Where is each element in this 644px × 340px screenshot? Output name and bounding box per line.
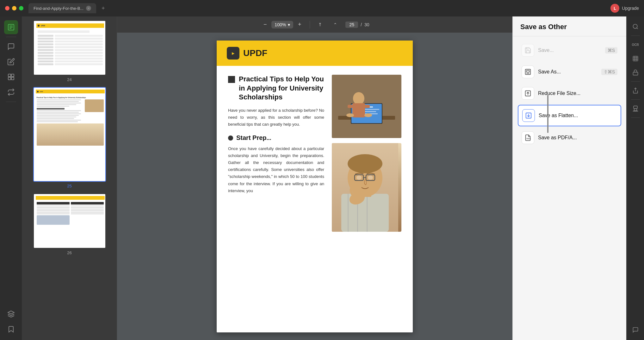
pdf-viewport[interactable]: ▶ UPDF Practical Tips to Help You in App… — [117, 33, 512, 340]
pdf-page: ▶ UPDF Practical Tips to Help You in App… — [217, 41, 413, 332]
thumbnail-frame-26[interactable] — [33, 193, 106, 249]
svg-rect-26 — [348, 194, 349, 232]
save-as-shortcut: ⇧⌘S — [601, 69, 617, 75]
menu-item-left: Save As... — [522, 66, 561, 78]
close-button[interactable] — [5, 6, 9, 10]
zoom-value: 100% — [275, 22, 286, 27]
first-page-button[interactable]: ⤒ — [315, 20, 325, 30]
reduce-size-icon — [522, 87, 534, 100]
thumbnail-item: UPDF — [33, 20, 106, 82]
sidebar-item-bookmark[interactable] — [4, 322, 18, 336]
titlebar: Find-and-Apply-For-the-B... ✕ + L Upgrad… — [0, 0, 644, 16]
pdf-section-title: Practical Tips to Help You in Applying f… — [228, 75, 324, 102]
save-shortcut: ⌘S — [605, 47, 617, 54]
thumbnail-item: 26 — [33, 193, 106, 255]
pdf-paragraph: Have you never applied for a scholarship… — [228, 107, 324, 128]
svg-rect-7 — [11, 77, 14, 80]
menu-item-left: Reduce File Size... — [522, 87, 580, 100]
thumbnail-panel[interactable]: UPDF — [22, 16, 117, 340]
zoom-out-button[interactable]: − — [260, 20, 270, 30]
tab[interactable]: Find-and-Apply-For-the-B... ✕ — [28, 3, 96, 13]
menu-item-reduce-size[interactable]: Reduce File Size... — [518, 83, 621, 104]
app-body: UPDF — [0, 16, 644, 340]
reduce-size-label: Reduce File Size... — [538, 91, 580, 96]
upgrade-button[interactable]: L Upgrade — [610, 4, 639, 13]
save-pdfa-icon: PDF/A — [522, 131, 534, 144]
sidebar-item-edit[interactable] — [4, 55, 18, 69]
svg-text:PDF/A: PDF/A — [526, 138, 531, 140]
page-total: 30 — [364, 22, 369, 27]
svg-rect-6 — [8, 77, 11, 80]
pdf-left-column: Practical Tips to Help You in Applying f… — [228, 75, 324, 232]
page-number-input[interactable] — [345, 22, 358, 28]
upgrade-label: Upgrade — [622, 6, 639, 11]
right-sidebar-divider-2 — [631, 81, 640, 82]
svg-rect-49 — [633, 72, 638, 75]
traffic-lights — [5, 6, 23, 10]
svg-rect-28 — [367, 194, 368, 232]
svg-rect-51 — [634, 106, 637, 109]
bullet-dot-icon — [228, 135, 233, 141]
zoom-in-button[interactable]: + — [294, 20, 305, 30]
svg-rect-19 — [348, 105, 354, 108]
sidebar-item-reader[interactable] — [4, 20, 18, 34]
svg-rect-20 — [363, 105, 370, 108]
thumbnail-frame-24[interactable]: UPDF — [33, 20, 106, 75]
save-flatten-label: Save as Flatten... — [539, 113, 578, 118]
right-sidebar-stamp[interactable] — [629, 102, 642, 115]
menu-item-save-as[interactable]: Save As... ⇧⌘S — [518, 62, 621, 82]
menu-item-left: Save... — [522, 44, 554, 57]
menu-item-save[interactable]: Save... ⌘S — [518, 40, 621, 60]
avatar: L — [610, 4, 619, 13]
updf-logo-text: UPDF — [243, 48, 267, 58]
prev-page-button[interactable]: ⌃ — [330, 20, 340, 30]
updf-logo-box: ▶ — [227, 47, 239, 60]
scroll-handle[interactable] — [547, 95, 548, 133]
svg-point-46 — [633, 24, 637, 28]
right-sidebar-convert[interactable] — [629, 52, 642, 65]
right-sidebar-search[interactable] — [629, 20, 642, 33]
svg-rect-5 — [11, 74, 14, 77]
thumbnail-frame-25[interactable]: UPDF Practical Tips to Help You in Apply… — [33, 87, 106, 182]
right-sidebar-divider-4 — [631, 117, 640, 118]
right-sidebar-ocr[interactable]: OCR — [629, 38, 642, 51]
svg-rect-48 — [633, 56, 638, 61]
svg-point-17 — [353, 92, 364, 105]
svg-point-36 — [368, 175, 373, 180]
zoom-display[interactable]: 100% ▾ — [271, 21, 293, 28]
save-label: Save... — [538, 47, 554, 53]
pdf-right-column — [332, 75, 401, 232]
pdf-body: Practical Tips to Help You in Applying f… — [217, 66, 413, 241]
save-as-icon — [522, 66, 534, 78]
menu-item-left: Save as Flatten... — [522, 109, 578, 122]
bullet-section-heading: Start Prep... — [228, 134, 324, 142]
svg-point-21 — [364, 113, 372, 117]
svg-line-47 — [636, 28, 638, 29]
toolbar-separator — [310, 21, 310, 28]
menu-item-save-flatten[interactable]: Save as Flatten... — [518, 105, 621, 126]
pdf-header: ▶ UPDF — [217, 41, 413, 66]
right-sidebar-divider-3 — [631, 99, 640, 100]
sidebar-item-organize[interactable] — [4, 70, 18, 84]
tab-close-button[interactable]: ✕ — [86, 6, 91, 11]
right-sidebar-protect[interactable] — [629, 66, 642, 79]
fullscreen-button[interactable] — [19, 6, 23, 10]
right-sidebar-share[interactable] — [629, 84, 642, 97]
menu-item-save-pdfa[interactable]: PDF/A Save as PDF/A... — [518, 128, 621, 148]
pdf-subparagraph: Once you have carefully decided about a … — [228, 145, 324, 194]
sidebar-divider-1 — [6, 37, 16, 37]
sidebar-item-comment[interactable] — [4, 40, 18, 54]
right-sidebar-chat[interactable] — [629, 324, 642, 336]
sidebar-item-layers[interactable] — [4, 307, 18, 321]
sidebar-item-convert[interactable] — [4, 85, 18, 99]
thumbnail-page-label: 24 — [67, 77, 71, 82]
minimize-button[interactable] — [12, 6, 16, 10]
thumbnail-page-label: 26 — [67, 250, 71, 255]
right-sidebar-divider-1 — [631, 35, 640, 36]
pdf-person-image — [332, 143, 401, 232]
new-tab-button[interactable]: + — [99, 4, 108, 13]
pdf-right-image — [332, 75, 401, 138]
menu-item-left: PDF/A Save as PDF/A... — [522, 131, 577, 144]
tab-title: Find-and-Apply-For-the-B... — [34, 6, 84, 11]
main-content: − 100% ▾ + ⤒ ⌃ / 30 ▶ UPDF — [117, 16, 512, 340]
